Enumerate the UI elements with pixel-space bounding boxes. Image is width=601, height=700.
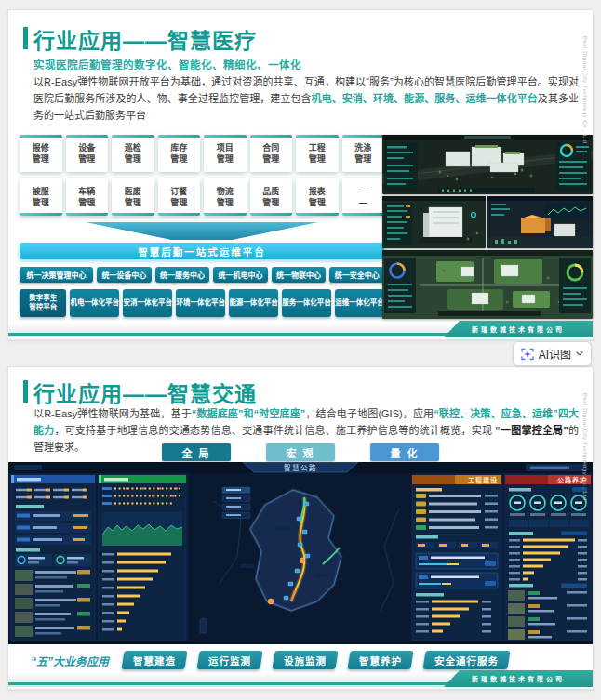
- platform-chip: 运维一体化平台: [335, 289, 384, 317]
- title-accent-bar: [23, 27, 28, 49]
- slide-medical-card: 行业应用——智慧医疗 实现医院后勤管理的数字化、智能化、精细化、一体化 以R-E…: [7, 9, 594, 340]
- module-box: 报修管理: [20, 135, 62, 172]
- platform-chip: 机电一体化平台: [70, 289, 119, 317]
- module-grid: 报修管理 设备管理 巡检管理 库存管理 项目管理 合同管理 工程管理 洗涤管理 …: [20, 135, 384, 216]
- center-chip: 统一服务中心: [155, 267, 210, 283]
- biz-chip: 运行监测: [196, 651, 262, 669]
- module-box: 工程管理: [296, 135, 339, 172]
- footer-stripe: [8, 682, 459, 686]
- panel-construction-title: 工程建设: [468, 476, 498, 484]
- slide2-footer: 新瑞数城技术有限公司: [8, 670, 593, 687]
- hospital-dashboard-image-4: [382, 250, 593, 319]
- module-box: 项目管理: [204, 135, 247, 172]
- biz-chip: 安全通行服务: [422, 651, 510, 669]
- module-box: 订餐管理: [158, 178, 201, 216]
- slide-traffic-card: 行业应用——智慧交通 以R-Easy弹性物联网为基础，基于“数据底座”和“时空底…: [7, 366, 594, 690]
- funnel-shape: [20, 222, 384, 241]
- para-highlight: 机电、安消、环境、能源、服务、运维一体化平台: [312, 93, 538, 104]
- platform-chip: 服务一体化平台: [282, 289, 331, 317]
- para-text: ，结合电子地图(GIS)，应用: [305, 408, 434, 419]
- hospital-dashboard-image-1: [382, 135, 593, 194]
- center-chip: 统一决策管理中心: [20, 267, 93, 283]
- platform-chip: 数字孪生管控平台: [20, 289, 66, 317]
- title-accent-bar: [23, 380, 28, 403]
- module-box: 设备管理: [66, 135, 109, 172]
- para-highlight: “数据底座”和“时空底座”: [192, 408, 306, 419]
- module-box: ——: [342, 178, 385, 216]
- slide1-paragraph: 以R-Easy弹性物联网开放平台为基础，通过对资源的共享、互通，构建以“服务”为…: [33, 74, 579, 124]
- hospital-dashboard-image-2: [382, 196, 486, 248]
- platform-chip: 能源一体化平台: [229, 289, 278, 317]
- ai-scan-icon: [521, 348, 534, 361]
- slide2-title: 行业应用——智慧交通: [33, 376, 257, 408]
- module-box: 巡检管理: [112, 135, 154, 172]
- platforms-row: 数字孪生管控平台 机电一体化平台 安消一体化平台 环境一体化平台 能源一体化平台…: [20, 289, 384, 317]
- module-box: 医废管理: [112, 178, 154, 216]
- brand-side-text: Best Digital City Technology Co., Ltd: [582, 36, 588, 143]
- highway-dashboard-image: 智慧公路: [8, 462, 593, 644]
- biz-chip: 设施监测: [272, 651, 338, 669]
- center-chip: 统一设备中心: [97, 267, 152, 283]
- business-apps-label: “五”大业务应用: [31, 653, 109, 668]
- module-box: 物流管理: [204, 178, 247, 216]
- module-box: 车辆管理: [66, 178, 109, 216]
- module-box: 库存管理: [158, 135, 201, 172]
- center-chip: 统一物联中心: [272, 267, 327, 283]
- ai-recognize-button[interactable]: AI识图: [513, 341, 592, 366]
- slide1-footer: 新瑞数城技术有限公司: [8, 321, 593, 337]
- para-highlight-dark: “一图掌控全局”: [495, 425, 568, 436]
- view-chip-macro: 宏 观: [266, 443, 335, 461]
- module-box: 洗涤管理: [342, 135, 385, 172]
- center-chip: 统一安全中心: [329, 267, 384, 283]
- view-chip-global: 全 局: [162, 443, 231, 461]
- chevron-down-icon: [576, 351, 583, 356]
- slide1-subtitle: 实现医院后勤管理的数字化、智能化、精细化、一体化: [33, 57, 301, 72]
- biz-chip: 智慧建造: [121, 651, 187, 669]
- unified-centers-row: 统一决策管理中心 统一设备中心 统一服务中心 统一机电中心 统一物联中心 统一安…: [20, 267, 384, 283]
- module-box: 报表管理: [296, 178, 339, 216]
- view-chip-quant: 量 化: [370, 443, 439, 461]
- module-box: 合同管理: [250, 135, 293, 172]
- slide1-title: 行业应用——智慧医疗: [33, 23, 257, 55]
- biz-chip: 智慧养护: [347, 651, 413, 669]
- para-text: ，可支持基于地理信息的交通态势信息、交通事件统计信息、施工养护信息等的统计概览，…: [54, 425, 495, 436]
- module-box: 品质管理: [250, 178, 293, 216]
- brand-side-text: Best Digital City Technology Co., Ltd: [582, 393, 588, 500]
- hub-platform-bar: 智慧后勤一站式运维平台: [20, 243, 384, 259]
- hospital-dashboard-image-3: [487, 196, 593, 248]
- business-apps-row: “五”大业务应用 智慧建造 运行监测 设施监测 智慧养护 安全通行服务: [31, 651, 509, 669]
- footer-company-band: 新瑞数城技术有限公司: [444, 670, 593, 687]
- footer-company-band: 新瑞数城技术有限公司: [444, 321, 593, 337]
- ai-button-label: AI识图: [539, 346, 571, 362]
- platform-chip: 环境一体化平台: [176, 289, 225, 317]
- para-text: 以R-Easy弹性物联网为基础，基于: [33, 408, 192, 419]
- center-chip: 统一机电中心: [213, 267, 268, 283]
- module-box: 被服管理: [20, 178, 62, 216]
- footer-stripe: [8, 333, 459, 337]
- view-mode-row: 全 局 宏 观 量 化: [8, 443, 593, 461]
- platform-chip: 安消一体化平台: [123, 289, 172, 317]
- dashboard-title: 智慧公路: [284, 463, 317, 472]
